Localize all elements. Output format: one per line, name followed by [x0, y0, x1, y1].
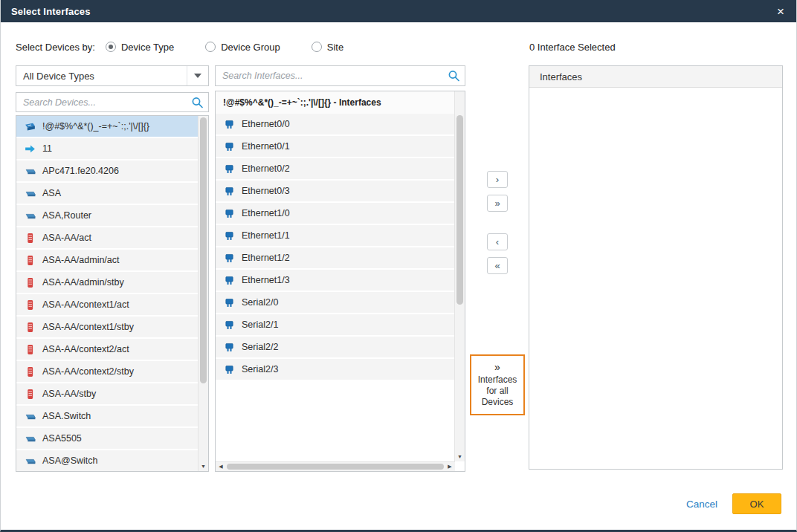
- device-list-item[interactable]: ASA-AA/context1/act: [16, 294, 198, 315]
- device-device-icon: [24, 432, 36, 445]
- device-type-dropdown[interactable]: All Device Types: [16, 65, 209, 86]
- selected-interface-count: 0 Interface Selected: [529, 42, 616, 53]
- device-list-item[interactable]: APc471.fe20.4206: [16, 160, 198, 181]
- interface-label: Ethernet1/2: [242, 253, 290, 263]
- device-list-item[interactable]: 11: [16, 138, 198, 159]
- device-list-item[interactable]: ASA-AA/stby: [16, 383, 198, 404]
- interface-icon: [223, 118, 236, 131]
- interface-icon: [223, 296, 236, 309]
- scroll-left-icon[interactable]: ◀: [216, 462, 226, 471]
- cancel-button[interactable]: Cancel: [686, 499, 717, 510]
- radio-device-group[interactable]: Device Group: [205, 42, 280, 53]
- device-label: ASA5505: [42, 433, 82, 444]
- search-icon[interactable]: [448, 70, 460, 82]
- interface-list-item[interactable]: Ethernet0/0: [216, 114, 455, 134]
- interface-list-panel: !@#$%^&*()_-=+~`:;.'|\/[]{} - Interfaces…: [215, 91, 465, 472]
- interface-icon: [223, 230, 236, 242]
- device-list-item[interactable]: ASA: [16, 183, 198, 204]
- search-icon[interactable]: [191, 96, 204, 108]
- interface-list-item[interactable]: Ethernet0/3: [216, 181, 455, 201]
- device-device-icon: [24, 410, 36, 423]
- device-list-item[interactable]: ASA-AA/admin/act: [16, 250, 198, 270]
- device-list-item[interactable]: ASA-AA/act: [16, 227, 198, 248]
- remove-selected-button[interactable]: ‹: [487, 233, 508, 250]
- interface-list-item[interactable]: Ethernet1/2: [216, 247, 455, 268]
- device-list-item[interactable]: ASA5505: [16, 428, 198, 449]
- remove-all-button[interactable]: «: [487, 257, 508, 274]
- select-devices-by-row: Select Devices by: Device Type Device Gr…: [16, 40, 375, 53]
- device-list-item[interactable]: ASA-AA/context1/stby: [16, 317, 198, 337]
- firewall-device-icon: [24, 254, 36, 267]
- dialog-header: Select Interfaces ×: [1, 0, 796, 22]
- radio-icon: [106, 42, 116, 52]
- device-device-icon: [24, 165, 36, 178]
- add-selected-button[interactable]: ›: [487, 171, 508, 188]
- firewall-device-icon: [24, 366, 36, 378]
- interface-list-hscrollbar[interactable]: ◀ ▶: [216, 461, 455, 471]
- scroll-down-icon[interactable]: ▼: [455, 451, 465, 461]
- interface-icon: [223, 207, 236, 220]
- device-search: [16, 92, 209, 112]
- scroll-down-icon[interactable]: ▼: [199, 461, 208, 471]
- close-icon[interactable]: ×: [775, 5, 786, 18]
- arrows-device-icon: [24, 143, 36, 155]
- interfaces-for-all-devices-button[interactable]: » Interfaces for all Devices: [470, 354, 525, 415]
- interface-list-item[interactable]: Ethernet1/0: [216, 203, 455, 224]
- device-label: ASA-AA/context2/act: [42, 344, 129, 354]
- device-list-item[interactable]: ASA-AA/context2/act: [16, 339, 198, 360]
- ok-button[interactable]: OK: [732, 493, 781, 514]
- scroll-right-icon[interactable]: ▶: [445, 462, 455, 471]
- radio-site[interactable]: Site: [312, 42, 343, 53]
- radio-site-label: Site: [327, 42, 343, 53]
- device-list-item[interactable]: ASA,Router: [16, 205, 198, 226]
- device-list-item[interactable]: ASA.Switch: [16, 406, 198, 426]
- interface-list-vscrollbar[interactable]: ▼: [454, 91, 465, 461]
- firewall-device-icon: [24, 343, 36, 356]
- device-label: ASA-AA/admin/act: [42, 255, 120, 265]
- interface-list-item[interactable]: Serial2/1: [216, 314, 455, 335]
- device-list-scrollbar[interactable]: ▼: [198, 116, 208, 471]
- interface-label: Ethernet0/2: [242, 163, 290, 174]
- device-list-item[interactable]: ASA-AA/context2/stby: [16, 361, 198, 382]
- firewall-device-icon: [24, 321, 36, 334]
- interface-icon: [223, 341, 236, 354]
- firewall-device-icon: [24, 388, 36, 400]
- interface-icon: [223, 363, 236, 376]
- radio-device-group-label: Device Group: [221, 42, 280, 53]
- device-label: ASA-AA/admin/stby: [42, 277, 124, 288]
- radio-device-type[interactable]: Device Type: [106, 42, 174, 53]
- interface-label: Ethernet0/3: [242, 186, 290, 196]
- interface-search-input[interactable]: [215, 65, 465, 86]
- device-label: ASA-AA/act: [42, 233, 91, 243]
- interface-list-item[interactable]: Serial2/2: [216, 337, 455, 357]
- device-list-item[interactable]: ASA@Switch: [16, 450, 198, 471]
- interface-list-item[interactable]: Ethernet1/3: [216, 270, 455, 291]
- interface-icon: [223, 319, 236, 331]
- interface-label: Ethernet1/1: [242, 230, 290, 241]
- device-label: ASA-AA/stby: [42, 389, 96, 399]
- scrollbar-thumb[interactable]: [456, 115, 463, 305]
- add-all-button[interactable]: »: [487, 195, 508, 212]
- device-search-input[interactable]: [16, 92, 209, 112]
- interface-search: [215, 65, 465, 86]
- firewall-device-icon: [24, 232, 36, 244]
- interface-list-item[interactable]: Ethernet0/1: [216, 136, 455, 157]
- interface-icon: [223, 185, 236, 198]
- scrollbar-thumb[interactable]: [227, 464, 444, 470]
- device-label: ASA: [42, 188, 61, 198]
- device-list-item[interactable]: ASA-AA/admin/stby: [16, 272, 198, 293]
- dialog-title: Select Interfaces: [11, 6, 91, 17]
- scrollbar-thumb[interactable]: [200, 117, 207, 383]
- device-label: ASA,Router: [42, 210, 91, 221]
- selected-interfaces-header: Interfaces: [529, 66, 782, 88]
- interface-list-item[interactable]: Ethernet0/2: [216, 158, 455, 179]
- device-label: ASA@Switch: [42, 455, 98, 466]
- interface-list-item[interactable]: Serial2/0: [216, 292, 455, 313]
- device-list-box: !@#$%^&*()_-=+~`:;.'|\/[]{} 11 APc471.fe…: [16, 115, 209, 472]
- interface-list-item[interactable]: Ethernet1/1: [216, 225, 455, 246]
- interface-label: Ethernet0/1: [242, 141, 290, 152]
- interface-label: Ethernet0/0: [242, 119, 290, 129]
- select-devices-by-label: Select Devices by:: [16, 42, 95, 53]
- device-list-item[interactable]: !@#$%^&*()_-=+~`:;.'|\/[]{}: [16, 116, 198, 137]
- interface-list-item[interactable]: Serial2/3: [216, 359, 455, 380]
